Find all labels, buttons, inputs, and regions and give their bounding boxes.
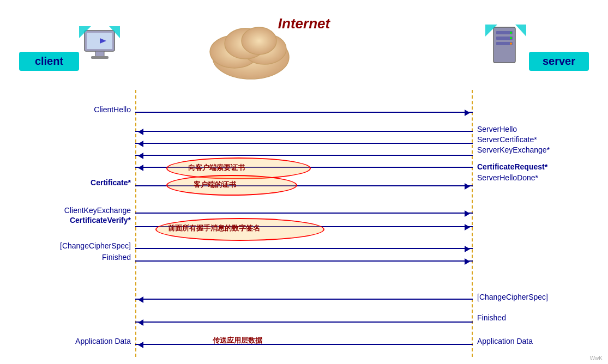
- svg-point-18: [510, 43, 512, 45]
- server-box: server: [529, 52, 589, 71]
- arrow-serverhello: [135, 131, 473, 132]
- arrow-finished-server: [135, 321, 473, 323]
- svg-rect-8: [91, 56, 109, 59]
- label-certificate-star: Certificate*: [5, 178, 131, 187]
- label-clientcert-cn: 客户端的证书: [194, 180, 236, 190]
- svg-marker-20: [515, 25, 526, 37]
- cloud-icon: [202, 16, 300, 84]
- label-certverify-cn: 前面所有握手消息的数字签名: [168, 223, 260, 233]
- arrow-clienthello: [135, 112, 473, 113]
- client-box: client: [19, 52, 79, 71]
- client-computer-icon: [79, 26, 123, 72]
- svg-point-4: [242, 27, 276, 54]
- label-finished-client: Finished: [5, 253, 131, 262]
- arrow-servercert: [135, 143, 473, 144]
- label-appdata-client: Application Data: [5, 337, 131, 345]
- arrow-finished-client: [135, 260, 473, 262]
- label-serverkeyex: ServerKeyExchange*: [477, 145, 603, 154]
- label-changecipherspec-client: [ChangeCipherSpec]: [5, 241, 131, 250]
- watermark: WwK: [590, 355, 603, 361]
- arrow-appdata: [135, 344, 473, 345]
- label-certrequest-cn: 向客户端索要证书: [188, 163, 245, 173]
- label-appdata-server: Application Data: [477, 337, 603, 345]
- server-computer-icon: [485, 25, 529, 70]
- svg-point-17: [510, 37, 512, 39]
- label-changecipherspec-server: [ChangeCipherSpec]: [477, 293, 603, 301]
- arrow-clientkeyex: [135, 213, 473, 214]
- label-certverify-star: CertificateVerify*: [5, 216, 131, 225]
- label-certrequest-star: CertificateRequest*: [477, 162, 603, 171]
- arrow-serverkeyex: [135, 155, 473, 156]
- arrow-changecipherspec-client: [135, 248, 473, 249]
- label-clientkeyexchange: ClientKeyExchange: [5, 206, 131, 215]
- arrow-changecipherspec-server: [135, 299, 473, 300]
- svg-rect-6: [87, 33, 112, 49]
- label-servercert: ServerCertificate*: [477, 135, 603, 144]
- label-finished-server: Finished: [477, 313, 603, 322]
- label-serverhello: ServerHello: [477, 125, 603, 134]
- label-clienthello: ClientHello: [5, 105, 131, 114]
- svg-rect-7: [95, 51, 104, 57]
- label-serverhellodone: ServerHelloDone*: [477, 173, 603, 182]
- label-appdata-cn: 传送应用层数据: [213, 336, 262, 345]
- diagram-container: Internet: [0, 0, 608, 364]
- server-timeline: [472, 90, 473, 357]
- svg-point-16: [510, 32, 512, 34]
